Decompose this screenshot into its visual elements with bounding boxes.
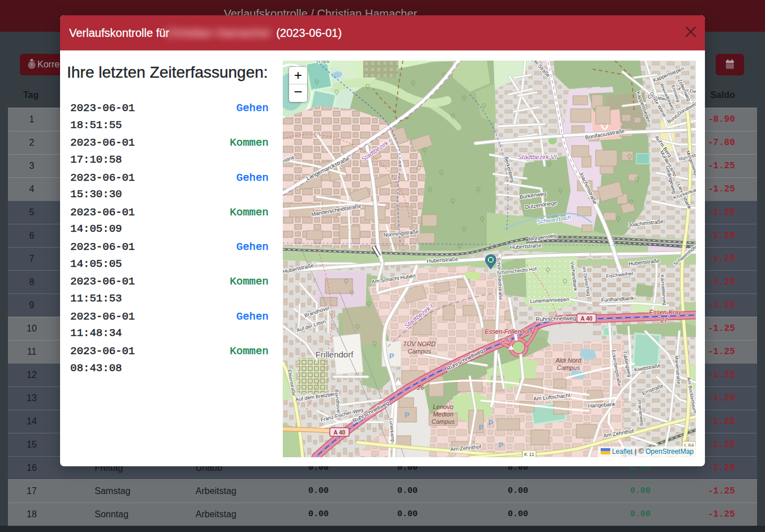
svg-text:P: P xyxy=(405,411,410,419)
svg-text:Campus: Campus xyxy=(408,348,431,355)
svg-text:27: 27 xyxy=(660,317,668,324)
svg-text:26: 26 xyxy=(416,384,424,391)
svg-text:Campus: Campus xyxy=(557,364,580,371)
svg-text:Medion: Medion xyxy=(433,411,453,418)
svg-text:Essen-Kray: Essen-Kray xyxy=(649,309,682,316)
svg-text:Frillendorf: Frillendorf xyxy=(316,350,354,359)
svg-text:A 40: A 40 xyxy=(581,316,593,322)
svg-text:P: P xyxy=(488,419,494,427)
svg-text:Essen-Frillendorf: Essen-Frillendorf xyxy=(484,328,532,335)
svg-text:P: P xyxy=(499,441,504,449)
svg-text:Stadtbezirk VI: Stadtbezirk VI xyxy=(518,154,556,160)
svg-text:26: 26 xyxy=(502,337,510,343)
svg-text:Lenovo: Lenovo xyxy=(433,403,453,410)
svg-text:P: P xyxy=(479,423,484,432)
svg-text:TÜV NORD: TÜV NORD xyxy=(403,341,436,347)
svg-text:Campus: Campus xyxy=(432,418,455,425)
svg-text:Aldi Nord: Aldi Nord xyxy=(555,357,581,364)
svg-text:K 11: K 11 xyxy=(524,452,534,457)
svg-text:Park: Park xyxy=(318,61,330,65)
svg-text:P: P xyxy=(389,352,394,360)
svg-text:A 40: A 40 xyxy=(334,429,346,436)
